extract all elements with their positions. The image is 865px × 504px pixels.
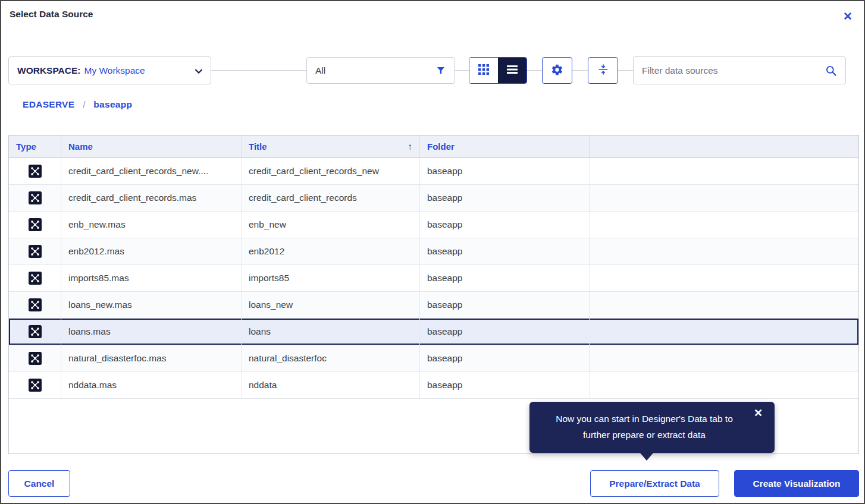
row-folder-cell: baseapp — [420, 185, 590, 211]
search-icon — [825, 65, 837, 77]
table-header: Type Name Title ↑ Folder — [9, 136, 858, 158]
master-file-icon — [29, 298, 42, 311]
row-name-cell: enb2012.mas — [61, 238, 242, 264]
collapse-vertical-icon — [597, 64, 609, 77]
row-name-cell: imports85.mas — [61, 265, 242, 291]
column-header-name[interactable]: Name — [61, 136, 242, 158]
row-title-cell: nddata — [242, 372, 420, 398]
row-extra-cell — [590, 212, 858, 238]
row-title-cell: loans — [242, 319, 420, 345]
master-file-icon — [29, 191, 42, 204]
row-title-cell: enb2012 — [242, 238, 420, 264]
breadcrumb-current[interactable]: baseapp — [93, 99, 132, 110]
row-name-cell: credit_card_client_records_new.... — [61, 158, 242, 184]
row-extra-cell — [590, 158, 858, 184]
search-input[interactable] — [642, 65, 825, 76]
column-header-extra — [590, 136, 858, 158]
row-folder-cell: baseapp — [420, 345, 590, 371]
row-extra-cell — [590, 265, 858, 291]
row-folder-cell: baseapp — [420, 158, 590, 184]
grid-view-button[interactable] — [469, 58, 498, 83]
row-name-cell: nddata.mas — [61, 372, 242, 398]
workspace-dropdown[interactable]: WORKSPACE: My Workspace — [8, 56, 211, 84]
tooltip-close-icon[interactable]: ✕ — [754, 407, 763, 420]
column-header-title[interactable]: Title ↑ — [242, 136, 420, 158]
row-folder-cell: baseapp — [420, 372, 590, 398]
table-row[interactable]: enb_new.mas enb_new baseapp — [9, 212, 858, 238]
column-header-type[interactable]: Type — [9, 136, 61, 158]
grid-view-icon — [478, 64, 489, 77]
data-source-filter — [633, 56, 846, 84]
cancel-button[interactable]: Cancel — [8, 470, 70, 497]
view-mode-toggle — [469, 57, 527, 84]
row-name-cell: loans_new.mas — [61, 292, 242, 318]
breadcrumb-separator: / — [83, 100, 85, 109]
select-data-source-dialog: Select Data Source ✕ WORKSPACE: My Works… — [0, 0, 865, 504]
row-extra-cell — [590, 372, 858, 398]
row-type-cell — [9, 212, 61, 238]
table-row[interactable]: enb2012.mas enb2012 baseapp — [9, 238, 858, 265]
type-filter-value: All — [315, 65, 325, 76]
master-file-icon — [29, 325, 42, 338]
type-filter-select[interactable]: All — [306, 57, 455, 84]
settings-button[interactable] — [542, 57, 572, 84]
row-folder-cell: baseapp — [420, 292, 590, 318]
designer-hint-tooltip: Now you can start in Designer's Data tab… — [529, 402, 775, 453]
row-extra-cell — [590, 292, 858, 318]
row-folder-cell: baseapp — [420, 265, 590, 291]
row-title-cell: imports85 — [242, 265, 420, 291]
row-extra-cell — [590, 345, 858, 371]
list-view-button[interactable] — [498, 58, 526, 83]
gear-icon — [551, 64, 563, 78]
row-title-cell: loans_new — [242, 292, 420, 318]
table-row[interactable]: nddata.mas nddata baseapp — [9, 372, 858, 399]
master-file-icon — [29, 245, 42, 258]
row-extra-cell — [590, 238, 858, 264]
sort-ascending-icon[interactable]: ↑ — [408, 141, 412, 152]
row-type-cell — [9, 345, 61, 371]
table-row[interactable]: loans_new.mas loans_new baseapp — [9, 292, 858, 319]
master-file-icon — [29, 218, 42, 231]
column-header-folder[interactable]: Folder — [420, 136, 590, 158]
tooltip-arrow — [640, 453, 653, 461]
row-extra-cell — [590, 319, 858, 345]
row-type-cell — [9, 292, 61, 318]
prepare-extract-data-button[interactable]: Prepare/Extract Data — [590, 470, 719, 497]
master-file-icon — [29, 352, 42, 365]
row-name-cell: natural_disasterfoc.mas — [61, 345, 242, 371]
chevron-down-icon — [195, 65, 202, 76]
collapse-rows-button[interactable] — [588, 57, 618, 84]
table-row[interactable]: credit_card_client_records_new.... credi… — [9, 158, 858, 185]
row-name-cell: enb_new.mas — [61, 212, 242, 238]
row-title-cell: credit_card_client_records — [242, 185, 420, 211]
row-type-cell — [9, 185, 61, 211]
column-header-title-label: Title — [249, 141, 267, 152]
table-row[interactable]: natural_disasterfoc.mas natural_disaster… — [9, 345, 858, 372]
row-title-cell: enb_new — [242, 212, 420, 238]
breadcrumb: EDASERVE / baseapp — [23, 99, 132, 110]
master-file-icon — [29, 272, 42, 285]
table-row[interactable]: credit_card_client_records.mas credit_ca… — [9, 185, 858, 212]
row-title-cell: credit_card_client_records_new — [242, 158, 420, 184]
row-name-cell: loans.mas — [61, 319, 242, 345]
row-type-cell — [9, 238, 61, 264]
close-icon[interactable]: ✕ — [840, 8, 855, 24]
table-row[interactable]: imports85.mas imports85 baseapp — [9, 265, 858, 292]
table-row[interactable]: loans.mas loans baseapp — [9, 319, 858, 345]
master-file-icon — [29, 165, 42, 178]
workspace-value: My Workspace — [84, 65, 145, 76]
workspace-label: WORKSPACE: — [17, 65, 81, 76]
row-folder-cell: baseapp — [420, 212, 590, 238]
list-view-icon — [507, 65, 518, 76]
breadcrumb-root[interactable]: EDASERVE — [23, 99, 74, 110]
row-title-cell: natural_disasterfoc — [242, 345, 420, 371]
row-extra-cell — [590, 185, 858, 211]
row-name-cell: credit_card_client_records.mas — [61, 185, 242, 211]
table-body: credit_card_client_records_new.... credi… — [9, 158, 858, 399]
tooltip-text: Now you can start in Designer's Data tab… — [550, 411, 739, 443]
row-type-cell — [9, 265, 61, 291]
master-file-icon — [29, 379, 42, 392]
row-type-cell — [9, 319, 61, 345]
filter-funnel-icon — [435, 65, 446, 76]
create-visualization-button[interactable]: Create Visualization — [734, 470, 859, 497]
